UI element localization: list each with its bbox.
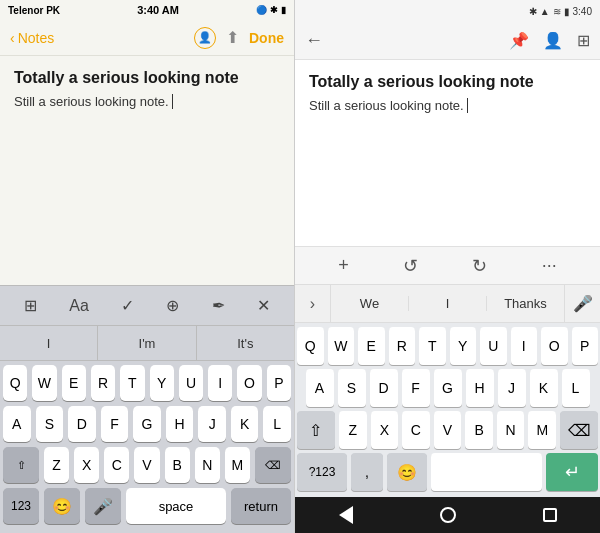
android-redo-button[interactable]: ↻: [472, 255, 487, 277]
ios-emoji-key[interactable]: 😊: [44, 488, 80, 524]
ios-table-icon[interactable]: ⊞: [18, 292, 43, 319]
ios-key-h[interactable]: H: [166, 406, 194, 442]
ios-delete-key[interactable]: ⌫: [255, 447, 291, 483]
ios-key-w[interactable]: W: [32, 365, 56, 401]
ios-key-x[interactable]: X: [74, 447, 99, 483]
ios-key-e[interactable]: E: [62, 365, 86, 401]
ios-battery-icon: ▮: [281, 5, 286, 15]
ios-key-s[interactable]: S: [36, 406, 64, 442]
android-emoji-key[interactable]: 😊: [387, 453, 427, 491]
ios-person-icon[interactable]: 👤: [194, 27, 216, 49]
android-person-icon[interactable]: 👤: [543, 31, 563, 50]
ios-key-j[interactable]: J: [198, 406, 226, 442]
android-more-button[interactable]: ···: [542, 255, 557, 276]
ios-key-u[interactable]: U: [179, 365, 203, 401]
android-back-button[interactable]: ←: [305, 30, 323, 51]
android-key-x[interactable]: X: [371, 411, 399, 449]
android-space-key[interactable]: [431, 453, 542, 491]
android-undo-button[interactable]: ↺: [403, 255, 418, 277]
ios-predict-3[interactable]: It's: [197, 326, 294, 360]
android-key-h[interactable]: H: [466, 369, 494, 407]
android-key-z[interactable]: Z: [339, 411, 367, 449]
android-add-button[interactable]: +: [338, 255, 349, 276]
ios-key-g[interactable]: G: [133, 406, 161, 442]
android-key-a[interactable]: A: [306, 369, 334, 407]
android-suggest-1[interactable]: We: [331, 296, 409, 311]
ios-key-q[interactable]: Q: [3, 365, 27, 401]
android-shift-key[interactable]: ⇧: [297, 411, 335, 449]
ios-key-r[interactable]: R: [91, 365, 115, 401]
ios-key-o[interactable]: O: [237, 365, 261, 401]
ios-shift-key[interactable]: ⇧: [3, 447, 39, 483]
android-key-g[interactable]: G: [434, 369, 462, 407]
android-key-e[interactable]: E: [358, 327, 385, 365]
ios-num-key[interactable]: 123: [3, 488, 39, 524]
ios-mic-key[interactable]: 🎤: [85, 488, 121, 524]
ios-close-icon[interactable]: ✕: [251, 292, 276, 319]
android-key-w[interactable]: W: [328, 327, 355, 365]
android-panel: ✱ ▲ ≋ ▮ 3:40 ← 📌 👤 ⊞ Totally a serious l…: [295, 0, 600, 533]
ios-predict-2[interactable]: I'm: [98, 326, 196, 360]
android-cursor: [464, 98, 469, 113]
ios-key-i[interactable]: I: [208, 365, 232, 401]
ios-key-f[interactable]: F: [101, 406, 129, 442]
ios-key-p[interactable]: P: [267, 365, 291, 401]
android-key-u[interactable]: U: [480, 327, 507, 365]
android-key-k[interactable]: K: [530, 369, 558, 407]
ios-key-b[interactable]: B: [165, 447, 190, 483]
android-key-r[interactable]: R: [389, 327, 416, 365]
android-nav-back[interactable]: [339, 506, 353, 524]
ios-key-v[interactable]: V: [134, 447, 159, 483]
android-key-y[interactable]: Y: [450, 327, 477, 365]
android-key-c[interactable]: C: [402, 411, 430, 449]
ios-time: 3:40 AM: [137, 4, 179, 16]
android-suggest-2[interactable]: I: [409, 296, 487, 311]
android-key-p[interactable]: P: [572, 327, 599, 365]
ios-key-n[interactable]: N: [195, 447, 220, 483]
android-key-o[interactable]: O: [541, 327, 568, 365]
ios-format-icon[interactable]: Aa: [63, 293, 95, 319]
android-num-key[interactable]: ?123: [297, 453, 347, 491]
android-pin-icon[interactable]: 📌: [509, 31, 529, 50]
android-comma-key[interactable]: ,: [351, 453, 383, 491]
ios-key-l[interactable]: L: [263, 406, 291, 442]
android-more-icon[interactable]: ⊞: [577, 31, 590, 50]
android-suggest-expand[interactable]: ›: [295, 285, 331, 322]
ios-key-c[interactable]: C: [104, 447, 129, 483]
android-mic-button[interactable]: 🎤: [564, 285, 600, 322]
ios-key-z[interactable]: Z: [44, 447, 69, 483]
android-nav-bottom: [295, 497, 600, 533]
android-key-t[interactable]: T: [419, 327, 446, 365]
android-key-b[interactable]: B: [465, 411, 493, 449]
ios-predict-1[interactable]: I: [0, 326, 98, 360]
android-nav-recents[interactable]: [543, 508, 557, 522]
ios-back-button[interactable]: ‹ Notes: [10, 30, 54, 46]
android-key-s[interactable]: S: [338, 369, 366, 407]
android-key-v[interactable]: V: [434, 411, 462, 449]
android-key-m[interactable]: M: [528, 411, 556, 449]
android-key-n[interactable]: N: [497, 411, 525, 449]
ios-add-icon[interactable]: ⊕: [160, 292, 185, 319]
ios-key-t[interactable]: T: [120, 365, 144, 401]
android-key-i[interactable]: I: [511, 327, 538, 365]
android-key-j[interactable]: J: [498, 369, 526, 407]
android-key-f[interactable]: F: [402, 369, 430, 407]
ios-share-icon[interactable]: ⬆: [226, 28, 239, 47]
android-suggest-3[interactable]: Thanks: [487, 296, 564, 311]
ios-key-d[interactable]: D: [68, 406, 96, 442]
ios-check-icon[interactable]: ✓: [115, 292, 140, 319]
ios-return-key[interactable]: return: [231, 488, 291, 524]
android-key-q[interactable]: Q: [297, 327, 324, 365]
android-nav-home[interactable]: [440, 507, 456, 523]
ios-key-a[interactable]: A: [3, 406, 31, 442]
ios-key-y[interactable]: Y: [150, 365, 174, 401]
android-enter-key[interactable]: ↵: [546, 453, 598, 491]
android-delete-key[interactable]: ⌫: [560, 411, 598, 449]
android-key-d[interactable]: D: [370, 369, 398, 407]
ios-key-m[interactable]: M: [225, 447, 250, 483]
ios-key-k[interactable]: K: [231, 406, 259, 442]
android-key-l[interactable]: L: [562, 369, 590, 407]
ios-space-key[interactable]: space: [126, 488, 226, 524]
ios-pen-icon[interactable]: ✒: [206, 292, 231, 319]
ios-done-button[interactable]: Done: [249, 30, 284, 46]
